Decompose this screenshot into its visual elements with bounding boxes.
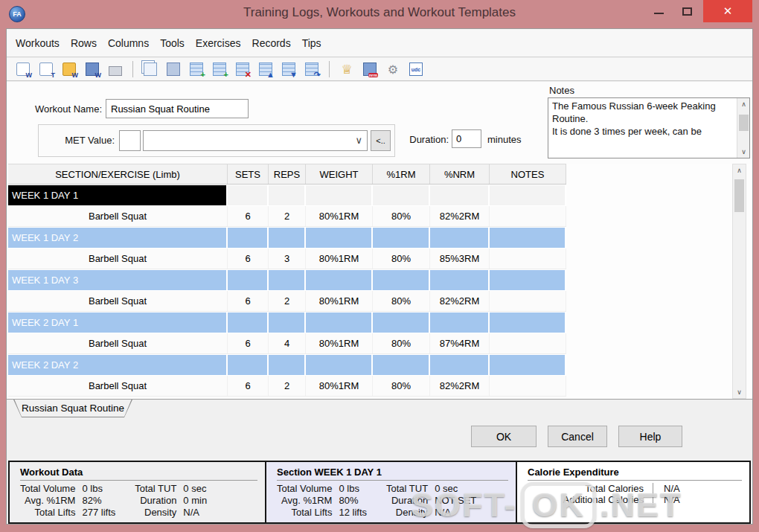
column-header[interactable]: %1RM <box>373 164 430 184</box>
table-cell[interactable]: 2 <box>269 206 306 227</box>
met-value-dropdown[interactable]: ∨ <box>143 130 368 151</box>
section-cell[interactable]: WEEK 1 DAY 1 <box>8 185 228 205</box>
scrollbar-thumb[interactable] <box>734 179 744 212</box>
table-cell[interactable] <box>306 185 373 205</box>
move-row-up-icon[interactable]: ▲ <box>257 60 275 78</box>
menu-item-tips[interactable]: Tips <box>302 37 321 49</box>
scroll-down-icon[interactable]: ∨ <box>737 146 750 158</box>
scrollbar-thumb[interactable] <box>739 115 749 131</box>
menu-item-records[interactable]: Records <box>252 37 291 49</box>
section-cell[interactable]: WEEK 1 DAY 3 <box>8 270 228 290</box>
menu-item-rows[interactable]: Rows <box>71 37 97 49</box>
column-header[interactable]: %NRM <box>430 164 490 184</box>
table-cell[interactable] <box>228 185 269 205</box>
table-cell[interactable]: 87%4RM <box>430 333 490 354</box>
table-cell[interactable] <box>228 355 269 375</box>
table-cell[interactable]: 80%1RM <box>306 376 373 397</box>
new-template-icon[interactable]: T <box>37 60 55 78</box>
table-row[interactable]: Barbell Squat6380%1RM80%85%3RM <box>8 249 566 270</box>
udc-icon[interactable]: udc <box>407 60 425 78</box>
help-button[interactable]: Help <box>618 426 682 447</box>
table-cell[interactable] <box>490 355 566 375</box>
table-cell[interactable] <box>373 270 430 290</box>
section-cell[interactable]: WEEK 2 DAY 1 <box>8 313 228 333</box>
table-cell[interactable] <box>430 270 490 290</box>
table-cell[interactable]: 80% <box>373 249 430 269</box>
records-trophy-icon[interactable]: ♕ <box>338 60 356 78</box>
scroll-down-icon[interactable]: ∨ <box>733 386 746 398</box>
table-cell[interactable]: 80% <box>373 206 430 227</box>
table-row[interactable]: WEEK 1 DAY 3 <box>8 269 566 291</box>
menu-item-workouts[interactable]: Workouts <box>16 37 60 49</box>
table-cell[interactable]: Barbell Squat <box>8 333 228 354</box>
table-cell[interactable] <box>490 249 566 269</box>
table-cell[interactable] <box>490 185 566 205</box>
print-icon[interactable] <box>106 60 124 78</box>
table-cell[interactable] <box>373 355 430 375</box>
copy-rows-icon[interactable] <box>141 60 159 78</box>
table-row[interactable]: WEEK 2 DAY 2 <box>8 354 566 376</box>
met-value-input[interactable] <box>119 130 141 151</box>
table-row[interactable]: Barbell Squat6280%1RM80%82%2RM <box>8 206 566 228</box>
delete-row-icon[interactable]: ✕ <box>234 60 252 78</box>
table-cell[interactable]: 82%2RM <box>430 376 490 397</box>
nrm-calculator-icon[interactable]: nrm <box>361 60 379 78</box>
table-cell[interactable]: 6 <box>228 206 269 227</box>
save-workout-icon[interactable]: W <box>83 60 101 78</box>
table-cell[interactable] <box>430 355 490 375</box>
scroll-up-icon[interactable]: ∧ <box>737 98 750 110</box>
transpose-rows-icon[interactable]: ↷ <box>303 60 321 78</box>
table-row[interactable]: Barbell Squat6280%1RM80%82%2RM <box>8 376 566 397</box>
table-cell[interactable]: 4 <box>269 333 306 354</box>
table-cell[interactable] <box>490 313 566 333</box>
table-cell[interactable]: 6 <box>228 249 269 269</box>
table-cell[interactable] <box>373 228 430 248</box>
duration-input[interactable] <box>452 129 481 148</box>
section-cell[interactable]: WEEK 1 DAY 2 <box>8 228 228 248</box>
table-cell[interactable] <box>490 376 566 397</box>
table-cell[interactable]: 80%1RM <box>306 333 373 354</box>
table-cell[interactable] <box>269 313 306 333</box>
new-workout-icon[interactable]: W <box>14 60 32 78</box>
table-cell[interactable] <box>490 228 566 248</box>
table-cell[interactable] <box>228 313 269 333</box>
table-cell[interactable] <box>269 270 306 290</box>
table-row[interactable]: WEEK 1 DAY 1 <box>8 185 566 206</box>
table-cell[interactable]: 6 <box>228 291 269 312</box>
table-cell[interactable]: 6 <box>228 333 269 354</box>
menu-item-columns[interactable]: Columns <box>108 37 149 49</box>
table-cell[interactable] <box>490 291 566 312</box>
table-cell[interactable] <box>306 355 373 375</box>
table-cell[interactable] <box>430 185 490 205</box>
table-cell[interactable]: 2 <box>269 291 306 312</box>
table-cell[interactable]: 80%1RM <box>306 206 373 227</box>
table-cell[interactable]: 80% <box>373 291 430 312</box>
cancel-button[interactable]: Cancel <box>548 426 607 447</box>
menu-item-exercises[interactable]: Exercises <box>196 37 241 49</box>
append-row-icon[interactable]: + <box>211 60 228 78</box>
table-cell[interactable]: Barbell Squat <box>8 206 228 227</box>
column-header[interactable]: NOTES <box>490 164 566 184</box>
section-cell[interactable]: WEEK 2 DAY 2 <box>8 355 228 375</box>
table-cell[interactable] <box>490 270 566 290</box>
table-cell[interactable] <box>228 228 269 248</box>
table-cell[interactable] <box>373 185 430 205</box>
table-cell[interactable]: Barbell Squat <box>8 291 228 312</box>
menu-item-tools[interactable]: Tools <box>160 37 185 49</box>
table-cell[interactable]: 6 <box>228 376 269 397</box>
column-header[interactable]: WEIGHT <box>306 164 373 184</box>
table-cell[interactable] <box>373 313 430 333</box>
table-cell[interactable] <box>490 206 566 227</box>
table-row[interactable]: Barbell Squat6280%1RM80%82%2RM <box>8 291 566 313</box>
insert-row-icon[interactable]: + <box>188 60 205 78</box>
table-cell[interactable]: 80%1RM <box>306 249 373 269</box>
notes-textarea[interactable]: The Famous Russian 6-week Peaking Routin… <box>548 97 750 158</box>
minimize-button[interactable] <box>646 0 671 22</box>
paste-rows-icon[interactable] <box>164 60 182 78</box>
table-cell[interactable] <box>306 270 373 290</box>
workout-name-input[interactable] <box>106 99 249 118</box>
table-cell[interactable] <box>269 355 306 375</box>
table-cell[interactable] <box>306 313 373 333</box>
table-cell[interactable] <box>430 228 490 248</box>
column-header[interactable]: SETS <box>228 164 269 184</box>
